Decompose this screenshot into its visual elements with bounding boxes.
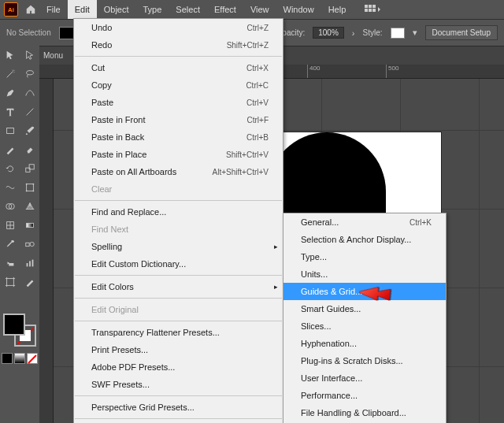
blend-tool[interactable] [20,235,39,254]
direct-selection-tool[interactable] [20,46,39,65]
menu-item-paste-on-all-artboards[interactable]: Paste on All ArtboardsAlt+Shift+Ctrl+V [74,163,283,180]
menu-item-general[interactable]: General...Ctrl+K [284,213,446,231]
menu-item-edit-custom-dictionary[interactable]: Edit Custom Dictionary... [74,255,283,273]
menu-item-adobe-pdf-presets[interactable]: Adobe PDF Presets... [74,358,283,376]
width-tool[interactable] [0,178,20,197]
lasso-tool[interactable] [20,65,39,83]
menu-item-redo[interactable]: RedoShift+Ctrl+Z [74,36,283,54]
svg-rect-23 [29,261,31,266]
color-mode-gradient[interactable] [14,353,25,364]
menu-item-selection-anchor-display[interactable]: Selection & Anchor Display... [284,231,446,248]
line-tool[interactable] [20,102,39,121]
chevron-right-icon[interactable]: › [352,28,355,38]
menu-item-shortcut: Alt+Shift+Ctrl+V [189,168,269,176]
menu-item-spelling[interactable]: Spelling▸ [74,238,283,255]
menu-item-file-handling-clipboard[interactable]: File Handling & Clipboard... [284,404,446,421]
menu-item-user-interface[interactable]: User Interface... [284,369,446,387]
svg-rect-5 [372,9,376,12]
scale-tool[interactable] [20,159,39,178]
menu-separator [75,395,282,396]
menu-item-paste-in-back[interactable]: Paste in BackCtrl+B [74,128,283,146]
menu-item-cut[interactable]: CutCtrl+X [74,59,283,76]
free-transform-tool[interactable] [20,178,39,197]
paintbrush-tool[interactable] [20,121,39,140]
menu-item-find-and-replace[interactable]: Find and Replace... [74,203,283,221]
type-tool[interactable] [0,102,20,121]
menu-item-label: Paste in Place [91,150,146,159]
chevron-down-icon[interactable]: ▾ [413,28,417,38]
menu-item-edit-colors[interactable]: Edit Colors▸ [74,278,283,295]
color-mode-none[interactable] [27,353,38,364]
slice-tool[interactable] [20,273,39,291]
style-label: Style: [362,28,382,37]
menu-item-units[interactable]: Units... [284,265,446,283]
document-tab[interactable]: Monu [43,51,63,60]
menu-object[interactable]: Object [97,0,136,19]
menu-item-plug-ins-scratch-disks[interactable]: Plug-ins & Scratch Disks... [284,352,446,369]
opacity-field[interactable]: 100% [313,27,344,39]
menu-item-guides-grid[interactable]: Guides & Grid... [284,283,446,300]
menu-item-label: Units... [301,269,328,279]
menu-item-paste[interactable]: PasteCtrl+V [74,94,283,111]
menu-item-type[interactable]: Type... [284,248,446,265]
eyedropper-tool[interactable] [0,235,20,254]
curvature-tool[interactable] [20,83,39,102]
menu-item-performance[interactable]: Performance... [284,387,446,404]
menu-item-swf-presets[interactable]: SWF Presets... [74,376,283,393]
menu-window[interactable]: Window [276,0,321,19]
color-mode-solid[interactable] [2,353,13,364]
menu-item-hyphenation[interactable]: Hyphenation... [284,335,446,352]
artboard-tool[interactable] [0,273,20,291]
menu-file[interactable]: File [39,0,68,19]
menu-item-print-presets[interactable]: Print Presets... [74,341,283,358]
mesh-tool[interactable] [0,216,20,235]
shape-builder-tool[interactable] [0,197,20,216]
app-icon[interactable]: Ai [0,0,22,19]
fill-color[interactable] [3,314,25,336]
menu-item-label: User Interface... [301,373,362,383]
magic-wand-tool[interactable] [0,65,20,83]
perspective-grid-tool[interactable] [20,197,39,216]
artwork-shape[interactable] [268,132,386,219]
home-icon[interactable] [22,0,39,19]
submenu-arrow-icon: ▸ [274,243,278,250]
menu-help[interactable]: Help [321,0,354,19]
rotate-tool[interactable] [0,159,20,178]
column-graph-tool[interactable] [20,254,39,273]
menu-edit[interactable]: Edit [68,0,97,19]
menu-item-smart-guides[interactable]: Smart Guides... [284,300,446,317]
tool-panel [0,46,39,423]
menu-view[interactable]: View [243,0,276,19]
shaper-tool[interactable] [0,140,20,159]
menu-item-label: Spelling [91,242,122,251]
workspace-switcher-icon[interactable] [361,2,384,17]
menu-item-paste-in-place[interactable]: Paste in PlaceShift+Ctrl+V [74,146,283,163]
symbol-sprayer-tool[interactable] [0,254,20,273]
menu-item-label: File Handling & Clipboard... [301,408,406,417]
menu-item-copy[interactable]: CopyCtrl+C [74,76,283,94]
menu-select[interactable]: Select [169,0,207,19]
selection-tool[interactable] [0,46,20,65]
menu-item-shortcut: Ctrl+X [223,64,269,72]
menu-item-slices[interactable]: Slices... [284,317,446,335]
rectangle-tool[interactable] [0,121,20,140]
fill-stroke-control[interactable] [3,314,36,347]
gradient-tool[interactable] [20,216,39,235]
menu-item-shortcut: Ctrl+F [224,116,269,124]
menu-item-label: Edit Colors [91,282,134,291]
style-swatch[interactable] [391,28,405,39]
svg-rect-24 [32,260,33,267]
menu-effect[interactable]: Effect [207,0,243,19]
menu-item-paste-in-front[interactable]: Paste in FrontCtrl+F [74,111,283,128]
document-setup-button[interactable]: Document Setup [425,25,498,40]
menu-type[interactable]: Type [136,0,169,19]
menu-item-label: Transparency Flattener Presets... [91,328,220,337]
menu-item-perspective-grid-presets[interactable]: Perspective Grid Presets... [74,399,283,416]
menu-item-label: Cut [91,63,105,72]
menu-separator [75,298,282,299]
menu-item-transparency-flattener-presets[interactable]: Transparency Flattener Presets... [74,324,283,341]
menu-item-undo[interactable]: UndoCtrl+Z [74,19,283,36]
fill-swatch[interactable] [59,27,75,39]
eraser-tool[interactable] [20,140,39,159]
pen-tool[interactable] [0,83,20,102]
